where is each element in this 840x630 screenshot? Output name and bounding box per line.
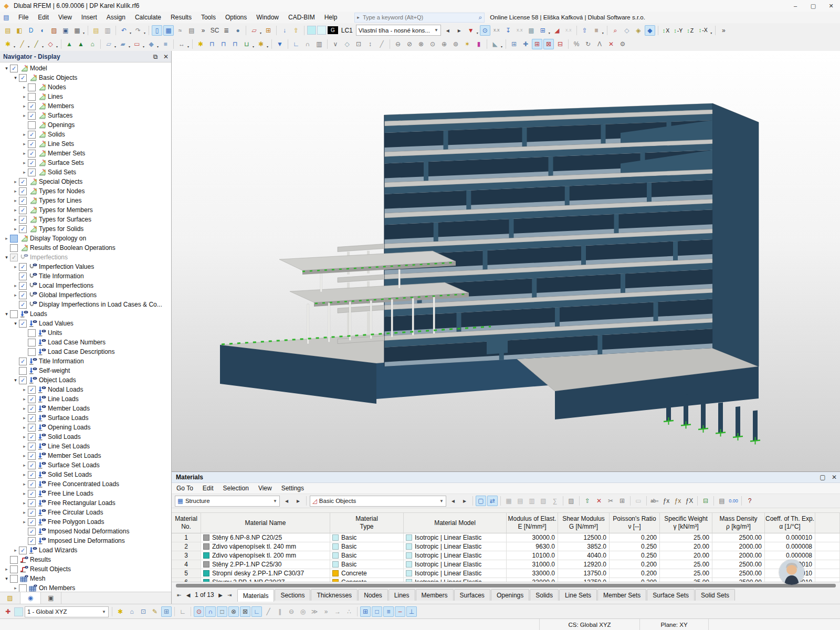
first-table-icon[interactable]: ⇤ <box>175 592 184 598</box>
table-row[interactable]: 1Stěny 6.NP-8.NP C20/25BasicIsotropic | … <box>172 533 840 542</box>
work-diagram-icon[interactable]: ∟ <box>291 39 301 49</box>
table-row[interactable]: 4Stěny 2.PP-1.NP C25/30BasicIsotropic | … <box>172 560 840 569</box>
tree-item-global-imperfections[interactable]: ▸Global Imperfections <box>0 290 171 300</box>
table-grid-view-icon[interactable]: ▦ <box>503 496 514 506</box>
materials-menu-edit[interactable]: Edit <box>198 484 218 492</box>
view-axis-z[interactable]: ↕Z <box>685 25 695 36</box>
snap-parallel-icon[interactable]: ∥ <box>275 606 285 617</box>
new-printout-report-icon[interactable]: ▤ <box>91 25 101 36</box>
tree-item-basic-objects[interactable]: ▾Basic Objects <box>0 73 171 82</box>
tree-item-openings[interactable]: Openings <box>0 120 171 130</box>
table-chart-icon[interactable]: ▧ <box>538 496 549 506</box>
generate-nodal-load-icon[interactable]: ✱ <box>195 39 206 49</box>
tree-item-free-polygon-loads[interactable]: ▸Free Polygon Loads <box>0 517 171 527</box>
tree-expander-icon[interactable]: ▾ <box>12 321 19 326</box>
column-header-shear-modulus[interactable]: Shear ModulusG [N/mm²] <box>558 513 610 533</box>
tree-item-loads[interactable]: ▾Loads <box>0 309 171 319</box>
tree-item-free-line-loads[interactable]: ▸Free Line Loads <box>0 489 171 498</box>
tree-item-members[interactable]: ▸Members <box>0 101 171 111</box>
tree-checkbox[interactable] <box>28 452 36 460</box>
decimal-places-icon[interactable]: 0.00 <box>728 496 739 506</box>
prev-filter-icon[interactable]: ◂ <box>448 496 458 506</box>
menu-file[interactable]: File <box>14 13 33 22</box>
tree-checkbox[interactable] <box>28 112 36 120</box>
tree-item-surface-loads[interactable]: ▸Surface Loads <box>0 413 171 423</box>
tree-expander-icon[interactable]: ▸ <box>21 113 28 118</box>
print-graphic-icon[interactable]: ▦ <box>72 25 82 36</box>
tree-item-solid-loads[interactable]: ▸Solid Loads <box>0 432 171 442</box>
tree-checkbox[interactable] <box>28 83 36 91</box>
menu-view[interactable]: View <box>54 13 77 22</box>
tree-expander-icon[interactable]: ▾ <box>3 255 10 260</box>
keyword-search-box[interactable]: ▸ ⌕ <box>354 13 485 23</box>
v-diagram-icon[interactable]: ∨ <box>330 39 341 49</box>
menu-assign[interactable]: Assign <box>102 13 130 22</box>
filter-loads-icon[interactable]: ▼ <box>466 25 476 36</box>
prev-load-case-icon[interactable]: ◂ <box>443 25 453 36</box>
u-profile-view-icon[interactable]: ∩ <box>302 39 313 49</box>
tree-checkbox[interactable] <box>28 433 36 441</box>
new-polyline-icon[interactable]: ◇ <box>45 39 56 49</box>
tree-checkbox[interactable] <box>19 301 27 309</box>
toolbar-overflow-icon[interactable]: » <box>718 25 729 36</box>
table-tab-solids[interactable]: Solids <box>530 589 559 601</box>
mesh-fem-icon[interactable]: ⊞ <box>532 39 542 49</box>
tree-checkbox[interactable] <box>28 169 36 176</box>
tree-checkbox[interactable] <box>28 461 36 469</box>
ruler-show-icon[interactable]: ⊥ <box>406 606 417 617</box>
tree-checkbox[interactable] <box>10 235 18 243</box>
tree-checkbox[interactable] <box>19 187 27 195</box>
tree-expander-icon[interactable]: ▸ <box>21 491 28 496</box>
search-run-icon[interactable]: ▸ <box>357 15 360 20</box>
navigator-toggle-icon[interactable]: ▯ <box>152 25 162 36</box>
tree-checkbox[interactable] <box>19 320 27 328</box>
tree-checkbox[interactable] <box>28 348 36 356</box>
tree-item-surfaces[interactable]: ▸Surfaces <box>0 111 171 120</box>
release-hinge-5-icon[interactable]: ⊕ <box>439 39 449 49</box>
release-hinge-3-icon[interactable]: ⊗ <box>416 39 426 49</box>
prev-table-icon[interactable]: ◀ <box>184 592 193 598</box>
planes-3d-icon[interactable]: ◇ <box>342 39 352 49</box>
materials-maximize-icon[interactable]: ▢ <box>817 474 828 481</box>
column-header-material-name[interactable]: Material Name <box>201 513 330 533</box>
tree-expander-icon[interactable]: ▸ <box>21 132 28 137</box>
snap-magnet-icon[interactable]: ∩ <box>205 606 216 617</box>
tree-checkbox[interactable] <box>28 499 36 507</box>
generate-surface-load-icon[interactable]: ⊓ <box>230 39 240 49</box>
tree-item-surface-set-loads[interactable]: ▸Surface Set Loads <box>0 460 171 470</box>
nav-tab-views[interactable]: ▣ <box>41 592 61 604</box>
tree-expander-icon[interactable]: ▸ <box>21 406 28 411</box>
table-row[interactable]: 5Stropní desky 2.PP-1.NP C30/37ConcreteI… <box>172 569 840 578</box>
filter-objects-icon[interactable]: ▼ <box>275 39 285 49</box>
new-line-type-icon[interactable]: ╱ <box>31 39 41 49</box>
online-models-icon[interactable]: ◐ <box>37 25 48 36</box>
help-book-icon[interactable]: ? <box>744 496 755 506</box>
tree-expander-icon[interactable]: ▸ <box>21 425 28 430</box>
tree-expander-icon[interactable]: ▸ <box>21 85 28 90</box>
user-avatar[interactable] <box>779 560 804 585</box>
column-header-modulus-of-elast-[interactable]: Modulus of Elast.E [N/mm²] <box>507 513 558 533</box>
new-member-icon[interactable]: ▲ <box>64 39 75 49</box>
tree-expander-icon[interactable]: ▾ <box>12 377 19 383</box>
view-axis-x[interactable]: ↕X <box>661 25 671 36</box>
new-nodal-load-icon[interactable]: ↓ <box>279 25 290 36</box>
tree-checkbox[interactable] <box>28 121 36 129</box>
tree-item-member-set-loads[interactable]: ▸Member Set Loads <box>0 451 171 460</box>
tree-expander-icon[interactable]: ▸ <box>12 188 19 194</box>
tree-item-display-imperfections-in-load-cases-co[interactable]: Display Imperfections in Load Cases & Co… <box>0 300 171 309</box>
tree-item-model[interactable]: ▾Model <box>0 64 171 73</box>
tables-toggle-icon[interactable]: ▦ <box>163 25 174 36</box>
tree-item-types-for-members[interactable]: ▸Types for Members <box>0 205 171 215</box>
next-filter-icon[interactable]: ▸ <box>459 496 470 506</box>
materials-menu-view[interactable]: View <box>254 484 277 492</box>
new-solid-box-icon[interactable]: ■ <box>160 39 171 49</box>
table-horizontal-scrollbar[interactable] <box>172 582 840 589</box>
tree-checkbox[interactable] <box>28 509 36 517</box>
new-dimension-icon[interactable]: ↔ <box>176 39 187 49</box>
formula-fx-icon[interactable]: ƒx <box>661 496 671 506</box>
rendering-mode-icon[interactable]: ● <box>233 25 243 36</box>
tree-expander-icon[interactable]: ▾ <box>3 576 10 581</box>
render-dice-icon[interactable]: ⊡ <box>353 39 364 49</box>
tree-checkbox[interactable] <box>28 159 36 167</box>
tree-item-local-imperfections[interactable]: ▸Local Imperfections <box>0 281 171 290</box>
